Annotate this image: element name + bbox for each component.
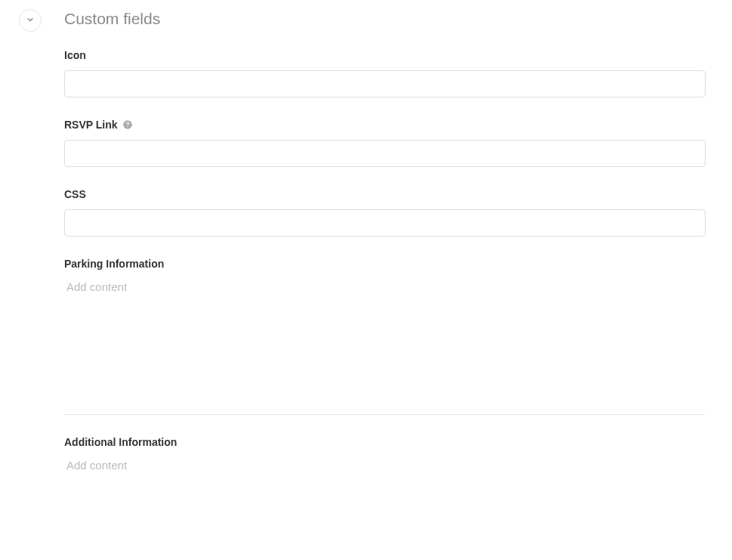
svg-point-1 [127,126,128,127]
parking-info-editor[interactable]: Add content [64,279,706,415]
rsvp-link-field-group: RSVP Link [64,119,706,167]
custom-fields-section: Custom fields Icon RSVP Link [0,0,732,560]
content-column: Custom fields Icon RSVP Link [64,9,706,554]
css-field-group: CSS [64,188,706,237]
parking-info-label-text: Parking Information [64,258,164,270]
css-input[interactable] [64,209,706,237]
css-label: CSS [64,188,706,200]
css-label-text: CSS [64,188,86,200]
rsvp-link-label: RSVP Link [64,119,706,131]
additional-info-label: Additional Information [64,436,706,448]
additional-info-field-group: Additional Information Add content [64,436,706,533]
parking-info-label: Parking Information [64,258,706,270]
section-title: Custom fields [64,9,706,28]
parking-info-placeholder: Add content [66,280,127,293]
icon-input[interactable] [64,70,706,97]
help-icon[interactable] [122,119,133,130]
additional-info-editor[interactable]: Add content [64,457,706,533]
collapse-toggle-button[interactable] [19,9,42,32]
toggle-column [19,9,64,554]
chevron-down-icon [26,15,35,26]
additional-info-label-text: Additional Information [64,436,177,448]
icon-label-text: Icon [64,49,86,61]
icon-label: Icon [64,49,706,61]
parking-info-field-group: Parking Information Add content [64,258,706,415]
rsvp-link-label-text: RSVP Link [64,119,118,131]
additional-info-placeholder: Add content [66,459,127,472]
icon-field-group: Icon [64,49,706,97]
rsvp-link-input[interactable] [64,140,706,167]
